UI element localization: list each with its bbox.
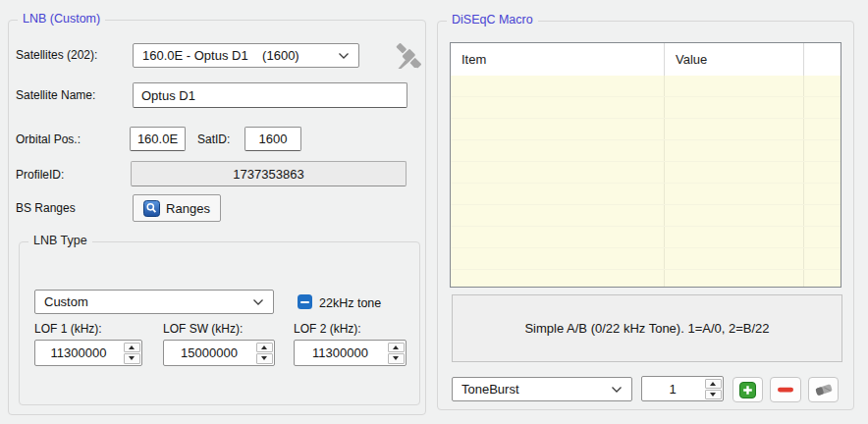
table-cell bbox=[804, 97, 841, 118]
search-icon bbox=[143, 200, 160, 217]
satid-value: 1600 bbox=[259, 132, 288, 146]
lnb-settings-panel: LNB (Custom) Satellites (202): 160.0E - … bbox=[0, 0, 868, 424]
lnb-groupbox: LNB (Custom) Satellites (202): 160.0E - … bbox=[8, 20, 426, 415]
lof-sw-spinner[interactable]: 15000000 bbox=[163, 340, 275, 366]
orbital-pos-label: Orbital Pos.: bbox=[16, 132, 81, 146]
table-row[interactable] bbox=[451, 227, 841, 248]
table-cell bbox=[451, 140, 665, 161]
table-row[interactable] bbox=[451, 97, 841, 119]
macro-count-spinner[interactable]: 1 bbox=[641, 376, 724, 401]
chevron-down-icon bbox=[611, 386, 623, 394]
table-cell bbox=[804, 270, 841, 287]
table-cell bbox=[804, 184, 841, 204]
profileid-value: 1737353863 bbox=[233, 167, 303, 182]
satellite-name-value: Optus D1 bbox=[141, 88, 195, 103]
table-cell bbox=[804, 76, 841, 96]
22khz-tone-checkbox[interactable] bbox=[298, 294, 312, 309]
lnb-type-combobox-value: Custom bbox=[44, 294, 88, 309]
spin-down-button[interactable] bbox=[388, 353, 405, 364]
spin-up-button[interactable] bbox=[256, 343, 273, 353]
spin-down-button[interactable] bbox=[705, 390, 722, 399]
orbital-pos-input[interactable]: 160.0E bbox=[130, 127, 186, 151]
table-row[interactable] bbox=[451, 140, 841, 162]
table-cell bbox=[451, 227, 665, 247]
table-cell bbox=[804, 205, 841, 226]
lnb-group-title: LNB (Custom) bbox=[18, 12, 105, 26]
clear-macro-button[interactable] bbox=[808, 377, 839, 402]
lof-sw-value: 15000000 bbox=[164, 341, 254, 365]
table-row[interactable] bbox=[451, 162, 841, 184]
chevron-down-icon bbox=[338, 52, 350, 60]
lof2-label: LOF 2 (kHz): bbox=[294, 322, 361, 336]
satid-input[interactable]: 1600 bbox=[244, 127, 301, 151]
lof-sw-label: LOF SW (kHz): bbox=[163, 322, 243, 336]
table-cell bbox=[451, 248, 665, 269]
table-cell bbox=[451, 184, 665, 204]
table-cell bbox=[665, 76, 804, 96]
eraser-icon bbox=[814, 382, 834, 398]
table-cell bbox=[804, 227, 841, 247]
table-row[interactable] bbox=[451, 205, 841, 227]
bs-ranges-label: BS Ranges bbox=[16, 201, 76, 215]
column-header-value[interactable]: Value bbox=[665, 43, 804, 76]
lnb-type-combobox[interactable]: Custom bbox=[34, 290, 274, 314]
spin-up-button[interactable] bbox=[388, 343, 405, 353]
satellites-combobox-value: 160.0E - Optus D1 (1600) bbox=[142, 48, 299, 63]
lof1-spinner[interactable]: 11300000 bbox=[34, 340, 142, 366]
table-cell bbox=[665, 97, 804, 118]
plus-icon bbox=[739, 382, 756, 398]
satellite-icon[interactable] bbox=[391, 39, 426, 79]
macro-command-combobox[interactable]: ToneBurst bbox=[452, 377, 632, 401]
table-cell bbox=[804, 140, 841, 161]
table-cell bbox=[665, 205, 804, 226]
diseqc-table-body bbox=[451, 76, 841, 287]
macro-description-box: Simple A/B (0/22 kHz Tone). 1=A/0, 2=B/2… bbox=[452, 294, 842, 362]
table-row[interactable] bbox=[451, 270, 841, 287]
table-row[interactable] bbox=[451, 76, 841, 97]
table-row[interactable] bbox=[451, 248, 841, 270]
chevron-down-icon bbox=[252, 298, 264, 306]
table-cell bbox=[451, 205, 665, 226]
macro-description-text: Simple A/B (0/22 kHz Tone). 1=A/0, 2=B/2… bbox=[524, 321, 769, 336]
profileid-label: ProfileID: bbox=[16, 168, 64, 182]
diseqc-macro-table[interactable]: Item Value bbox=[450, 42, 841, 288]
table-cell bbox=[451, 97, 665, 118]
table-cell bbox=[665, 270, 804, 287]
table-cell bbox=[451, 119, 665, 139]
lof1-value: 11300000 bbox=[35, 341, 122, 365]
satellites-combobox[interactable]: 160.0E - Optus D1 (1600) bbox=[133, 43, 359, 68]
lnb-type-group-title: LNB Type bbox=[28, 234, 92, 247]
table-cell bbox=[665, 119, 804, 139]
table-cell bbox=[451, 76, 665, 96]
table-cell bbox=[451, 162, 665, 183]
spin-down-button[interactable] bbox=[124, 353, 140, 364]
profileid-field: 1737353863 bbox=[131, 161, 407, 186]
spin-up-button[interactable] bbox=[705, 379, 722, 389]
satellites-label: Satellites (202): bbox=[16, 48, 97, 62]
diseqc-macro-groupbox: DiSEqC Macro Item Value Simple A/B (0/22… bbox=[437, 21, 854, 410]
macro-count-value: 1 bbox=[642, 377, 703, 400]
column-header-item[interactable]: Item bbox=[451, 43, 665, 76]
table-cell bbox=[665, 140, 804, 161]
22khz-tone-label: 22kHz tone bbox=[319, 296, 381, 310]
satellite-name-input[interactable]: Optus D1 bbox=[133, 82, 407, 108]
add-macro-button[interactable] bbox=[732, 377, 763, 402]
spin-up-button[interactable] bbox=[124, 343, 140, 353]
lof2-spinner[interactable]: 11300000 bbox=[294, 340, 407, 366]
spin-down-button[interactable] bbox=[256, 353, 273, 364]
table-row[interactable] bbox=[451, 119, 841, 140]
table-cell bbox=[804, 248, 841, 269]
lof1-label: LOF 1 (kHz): bbox=[34, 322, 102, 336]
minus-icon bbox=[777, 386, 794, 394]
table-header: Item Value bbox=[451, 43, 841, 76]
table-cell bbox=[665, 162, 804, 183]
table-cell bbox=[665, 184, 804, 204]
table-row[interactable] bbox=[451, 184, 841, 205]
table-cell bbox=[804, 119, 841, 139]
table-cell bbox=[665, 227, 804, 247]
lof2-value: 11300000 bbox=[295, 341, 386, 365]
column-header-blank bbox=[804, 43, 841, 76]
ranges-button[interactable]: Ranges bbox=[133, 194, 221, 222]
lnb-type-groupbox: LNB Type Custom 22kHz tone LOF 1 (kHz): … bbox=[19, 241, 420, 405]
remove-macro-button[interactable] bbox=[770, 377, 801, 402]
